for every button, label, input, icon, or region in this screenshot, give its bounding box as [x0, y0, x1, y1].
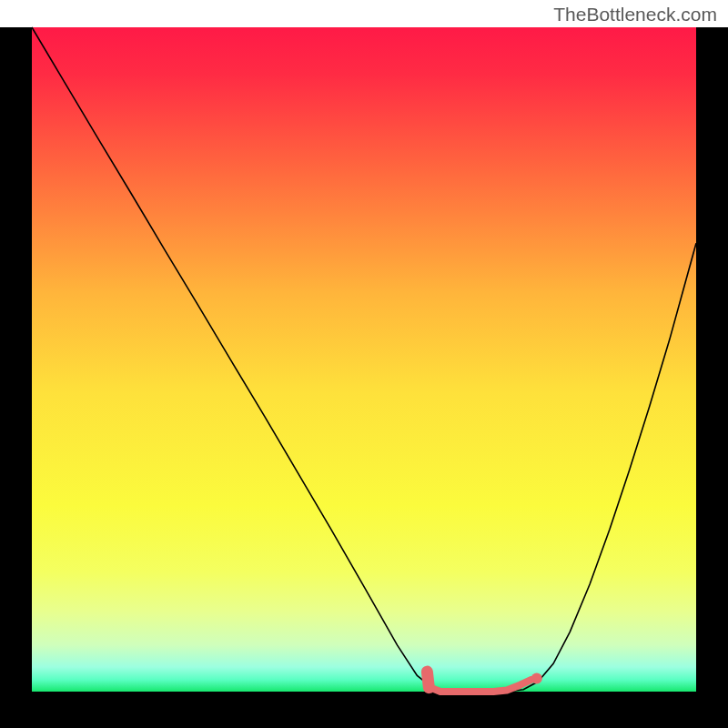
optimal-zone-dot — [531, 672, 542, 683]
chart-svg — [0, 0, 728, 728]
frame-left — [0, 27, 32, 728]
watermark-text: TheBottleneck.com — [553, 4, 717, 25]
frame-bottom — [0, 692, 728, 728]
plot-background — [32, 27, 696, 692]
optimal-zone-cap — [427, 672, 429, 688]
bottleneck-chart — [0, 0, 728, 728]
frame-right — [696, 27, 728, 728]
